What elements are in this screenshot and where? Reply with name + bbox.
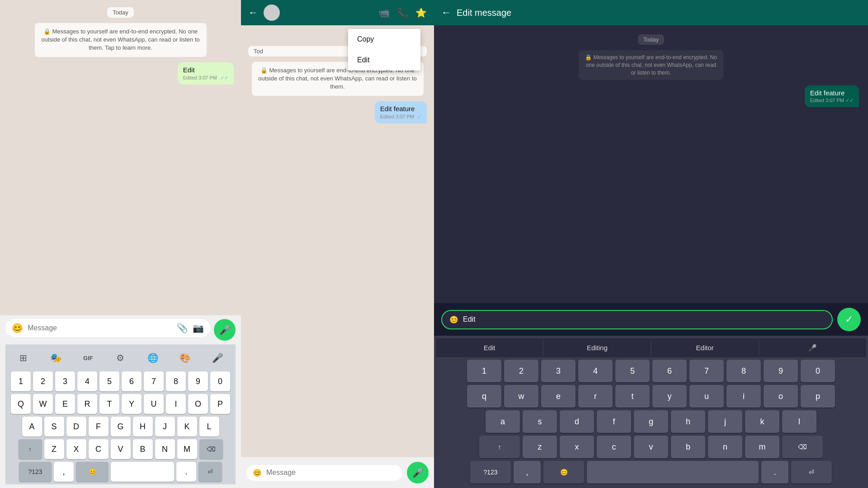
p3-key-6[interactable]: 6 [652,360,687,382]
call-icon[interactable]: 📞 [397,7,408,18]
context-menu-edit[interactable]: Edit [348,50,420,70]
attach-button-1[interactable]: 📎 [177,323,188,333]
kb-key-period-1[interactable]: . [176,462,196,482]
p3-key-m[interactable]: m [745,436,779,458]
kb-key-6[interactable]: 6 [122,371,142,391]
panel3-edit-input[interactable] [463,315,825,324]
p3-key-u[interactable]: u [689,385,724,408]
kb-gif-icon[interactable]: GIF [79,349,97,367]
kb-key-comma-1[interactable]: , [54,462,74,482]
kb-key-8[interactable]: 8 [166,371,186,391]
panel2-message-input[interactable] [266,469,396,477]
suggestion-mic[interactable]: 🎤 [759,340,866,356]
p3-key-i[interactable]: i [726,385,761,408]
camera-button-1[interactable]: 📷 [193,323,204,333]
p3-key-f[interactable]: f [597,410,631,433]
kb-key-2[interactable]: 2 [33,371,53,391]
kb-key-f[interactable]: F [89,417,108,436]
kb-key-9[interactable]: 9 [188,371,208,391]
p3-key-e[interactable]: e [541,385,576,408]
back-icon-3[interactable]: ← [441,7,451,19]
p3-key-q[interactable]: q [467,385,501,408]
kb-num-key-1[interactable]: ?123 [19,462,52,482]
kb-key-v[interactable]: V [111,439,131,459]
panel3-send-button[interactable]: ✓ [837,308,861,331]
kb-apps-icon[interactable]: ⊞ [14,349,33,367]
kb-emoji-key-1[interactable]: 😊 [76,462,108,482]
p3-key-j[interactable]: j [708,410,742,433]
kb-key-a[interactable]: A [22,417,42,436]
p3-key-g[interactable]: g [634,410,668,433]
p3-key-9[interactable]: 9 [764,360,798,382]
p3-key-x[interactable]: x [560,436,594,458]
kb-key-e[interactable]: E [55,394,75,414]
p3-key-b[interactable]: b [671,436,705,458]
p3-key-r[interactable]: r [578,385,613,408]
kb-key-m[interactable]: M [177,439,197,459]
suggestion-edit[interactable]: Edit [436,340,543,356]
p3-key-n[interactable]: n [708,436,742,458]
kb-enter-key-1[interactable]: ⏎ [198,462,222,482]
p3-key-p[interactable]: p [801,385,835,408]
kb-key-s[interactable]: S [44,417,64,436]
p3-emoji-key[interactable]: 😊 [543,461,584,483]
p3-key-1[interactable]: 1 [467,360,501,382]
kb-theme-icon[interactable]: 🎨 [176,349,194,367]
p3-key-3[interactable]: 3 [541,360,576,382]
kb-sticker-icon[interactable]: 🎭 [47,349,65,367]
kb-key-i[interactable]: I [166,394,186,414]
kb-key-q[interactable]: Q [11,394,31,414]
kb-key-4[interactable]: 4 [77,371,97,391]
kb-key-j[interactable]: J [155,417,175,436]
kb-key-z[interactable]: Z [44,439,64,459]
kb-key-o[interactable]: O [188,394,208,414]
kb-settings-icon[interactable]: ⚙ [111,349,129,367]
p3-key-5[interactable]: 5 [615,360,650,382]
video-call-icon[interactable]: 📹 [378,7,390,18]
kb-key-d[interactable]: D [66,417,86,436]
kb-key-n[interactable]: N [155,439,175,459]
kb-key-3[interactable]: 3 [55,371,75,391]
kb-key-b[interactable]: B [133,439,153,459]
kb-key-t[interactable]: T [99,394,119,414]
emoji-button-1[interactable]: 😊 [12,323,23,333]
back-icon-2[interactable]: ← [248,7,258,19]
emoji-btn-2[interactable]: 😊 [253,469,262,477]
p3-key-k[interactable]: k [745,410,779,433]
p3-key-v[interactable]: v [634,436,668,458]
p3-key-s[interactable]: s [523,410,557,433]
p3-key-a[interactable]: a [486,410,520,433]
kb-backspace-key-1[interactable]: ⌫ [199,439,223,459]
p3-key-t[interactable]: t [615,385,650,408]
kb-key-r[interactable]: R [77,394,97,414]
p3-key-7[interactable]: 7 [689,360,724,382]
kb-key-w[interactable]: W [33,394,53,414]
p3-space-key[interactable] [587,461,759,483]
kb-key-5[interactable]: 5 [99,371,119,391]
p3-key-4[interactable]: 4 [578,360,613,382]
p3-period-key[interactable]: . [761,461,788,483]
mic-btn-2[interactable]: 🎤 [407,462,429,483]
kb-key-7[interactable]: 7 [144,371,164,391]
suggestion-editor[interactable]: Editor [651,340,759,356]
p3-enter-key[interactable]: ⏎ [791,461,832,483]
p3-shift-key[interactable]: ↑ [479,436,520,458]
p3-key-w[interactable]: w [504,385,538,408]
p3-key-z[interactable]: z [523,436,557,458]
kb-key-l[interactable]: L [199,417,219,436]
suggestion-editing[interactable]: Editing [543,340,651,356]
kb-key-k[interactable]: K [177,417,197,436]
p3-key-y[interactable]: y [652,385,687,408]
message-input-1[interactable] [28,324,172,332]
panel3-emoji-btn[interactable]: 😊 [449,315,458,324]
kb-key-0[interactable]: 0 [210,371,230,391]
kb-space-key-1[interactable] [111,462,174,482]
p3-key-8[interactable]: 8 [726,360,761,382]
p3-key-h[interactable]: h [671,410,705,433]
p3-comma-key[interactable]: , [514,461,541,483]
p3-key-0[interactable]: 0 [801,360,835,382]
p3-key-2[interactable]: 2 [504,360,538,382]
kb-key-u[interactable]: U [144,394,164,414]
p3-key-o[interactable]: o [764,385,798,408]
p3-key-d[interactable]: d [560,410,594,433]
